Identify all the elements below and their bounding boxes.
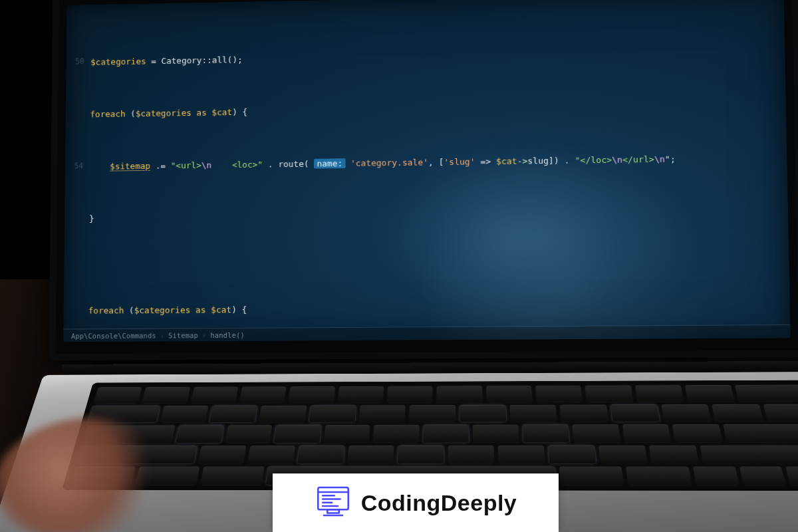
breadcrumb-separator-icon: ›	[202, 331, 207, 339]
code-line: }	[65, 205, 788, 226]
svg-rect-6	[327, 509, 339, 513]
watermark-text: CodingDeeply	[361, 490, 517, 516]
editor-screen: 50$categories = Category::all(); foreach…	[63, 0, 791, 342]
statusbar-function: handle()	[210, 331, 245, 338]
laptop: 50$categories = Category::all(); foreach…	[41, 5, 798, 494]
code-line: foreach ($categories as $cat) {	[64, 299, 790, 318]
code-line: 54 $sitemap .= "<url>\n <loc>" . route( …	[65, 151, 787, 174]
breadcrumb-separator-icon: ›	[160, 331, 165, 339]
statusbar-path: App\Console\Commands	[71, 331, 156, 340]
code-editor[interactable]: 50$categories = Category::all(); foreach…	[63, 0, 790, 328]
laptop-lid: 50$categories = Category::all(); foreach…	[49, 0, 798, 360]
code-line: foreach ($categories as $cat) {	[66, 97, 786, 122]
monitor-code-icon	[315, 483, 352, 523]
watermark-badge: CodingDeeply	[273, 473, 559, 532]
code-line	[64, 259, 789, 265]
code-line: 50$categories = Category::all();	[66, 44, 785, 70]
statusbar-file: Sitemap	[168, 331, 198, 339]
